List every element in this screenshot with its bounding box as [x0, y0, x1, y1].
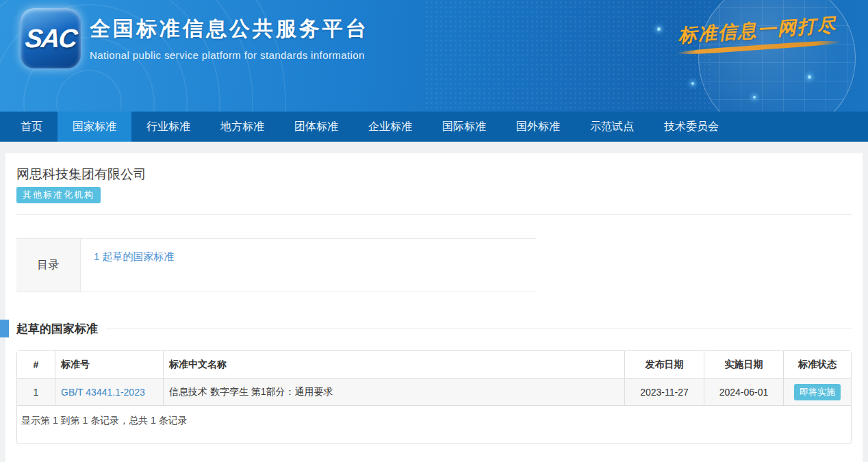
nav-item-national-standards[interactable]: 国家标准	[58, 112, 131, 142]
directory-link-label: 起草的国家标准	[103, 251, 175, 262]
sac-logo-text: SAC	[24, 24, 78, 53]
spark-dot	[691, 82, 694, 85]
standards-table: # 标准号 标准中文名称 发布日期 实施日期 标准状态 1 GB/T 43441…	[17, 351, 851, 406]
nav-item-group-standards[interactable]: 团体标准	[279, 112, 353, 142]
nav-item-local-standards[interactable]: 地方标准	[205, 112, 279, 142]
directory-box: 目录 1 起草的国家标准	[16, 238, 536, 292]
header-banner: SAC 全国标准信息公共服务平台 National public service…	[0, 0, 868, 112]
content-panel: 网思科技集团有限公司 其他标准化机构 目录 1 起草的国家标准 起草的国家标准 …	[5, 153, 863, 462]
nav-item-enterprise-standards[interactable]: 企业标准	[353, 112, 427, 142]
nav-item-technical-committee[interactable]: 技术委员会	[649, 112, 734, 142]
cell-cn-name: 信息技术 数字孪生 第1部分：通用要求	[164, 378, 625, 406]
status-badge: 即将实施	[794, 384, 841, 400]
cell-publish-date: 2023-11-27	[625, 378, 704, 406]
slogan-text: 标准信息一网打尽	[674, 12, 841, 49]
nav-item-international-standards[interactable]: 国际标准	[427, 112, 501, 142]
col-header-std-number: 标准号	[55, 351, 164, 378]
spark-dot	[808, 75, 811, 79]
divider	[16, 214, 852, 215]
cell-index: 1	[17, 378, 55, 406]
section-rule-line	[106, 329, 852, 329]
nav-item-industry-standards[interactable]: 行业标准	[131, 112, 205, 142]
site-title-block: 全国标准信息公共服务平台 National public service pla…	[90, 15, 369, 61]
standards-table-container: # 标准号 标准中文名称 发布日期 实施日期 标准状态 1 GB/T 43441…	[16, 350, 852, 444]
col-header-cn-name: 标准中文名称	[164, 351, 625, 378]
col-header-status: 标准状态	[784, 351, 851, 378]
organization-type-badge: 其他标准化机构	[16, 187, 101, 203]
col-header-implement-date: 实施日期	[704, 351, 784, 378]
records-summary: 显示第 1 到第 1 条记录，总共 1 条记录	[17, 406, 851, 444]
spark-dot	[657, 27, 661, 31]
directory-body: 1 起草的国家标准	[81, 239, 536, 292]
section-header: 起草的国家标准	[16, 320, 852, 337]
directory-label: 目录	[16, 239, 81, 292]
nav-item-pilot-demo[interactable]: 示范试点	[575, 112, 649, 142]
organization-header: 网思科技集团有限公司 其他标准化机构	[16, 153, 852, 215]
world-map-graphic	[424, 0, 712, 112]
directory-link-index: 1	[94, 251, 99, 262]
nav-item-home[interactable]: 首页	[5, 112, 58, 142]
site-title: 全国标准信息公共服务平台	[90, 15, 369, 43]
globe-graphic	[698, 0, 856, 112]
col-header-publish-date: 发布日期	[625, 351, 704, 378]
cell-implement-date: 2024-06-01	[704, 378, 784, 406]
main-nav: 首页 国家标准 行业标准 地方标准 团体标准 企业标准 国际标准 国外标准 示范…	[0, 112, 868, 142]
section-title: 起草的国家标准	[16, 321, 98, 337]
slogan-brush-underline	[676, 40, 841, 56]
nav-item-foreign-standards[interactable]: 国外标准	[501, 112, 575, 142]
std-number-link[interactable]: GB/T 43441.1-2023	[61, 387, 145, 398]
spark-dot	[753, 96, 756, 99]
table-row: 1 GB/T 43441.1-2023 信息技术 数字孪生 第1部分：通用要求 …	[17, 378, 851, 406]
table-header-row: # 标准号 标准中文名称 发布日期 实施日期 标准状态	[17, 351, 851, 378]
sac-logo[interactable]: SAC	[21, 8, 81, 68]
slogan-block: 标准信息一网打尽	[674, 12, 842, 56]
organization-name: 网思科技集团有限公司	[16, 166, 852, 183]
site-subtitle: National public service platform for sta…	[90, 49, 369, 61]
page-background-gap	[0, 142, 868, 153]
directory-link-drafted-standards[interactable]: 1 起草的国家标准	[94, 251, 175, 262]
section-accent-bar	[0, 320, 9, 337]
col-header-index: #	[17, 351, 55, 378]
